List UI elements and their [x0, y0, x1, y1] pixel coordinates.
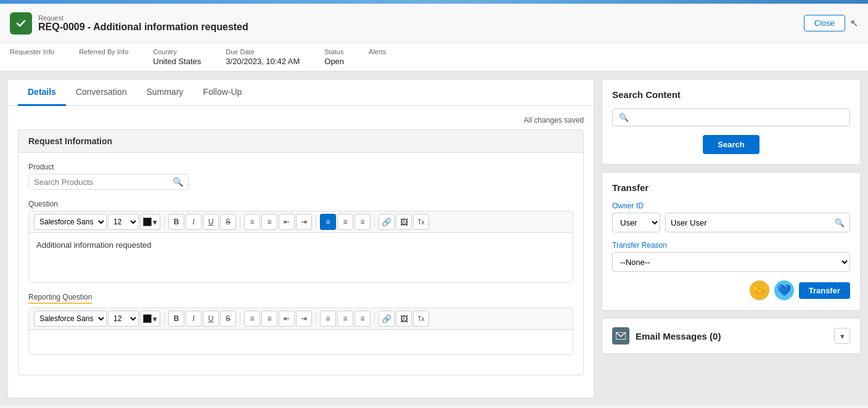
sep5	[164, 312, 165, 325]
transfer-button[interactable]: Transfer	[799, 282, 850, 299]
product-search-icon[interactable]: 🔍	[173, 177, 183, 187]
owner-id-label: Owner ID	[612, 202, 850, 210]
meta-referred-by-info[interactable]: Referred By Info	[79, 48, 128, 57]
search-content-icon: 🔍	[619, 113, 629, 122]
reporting-align-left-btn[interactable]: ≡	[320, 311, 336, 327]
meta-referred-by-label: Referred By Info	[79, 48, 128, 55]
close-button[interactable]: Close	[804, 15, 845, 31]
product-field-group: Product 🔍	[28, 163, 573, 190]
search-content-input[interactable]	[629, 113, 843, 122]
reporting-image-btn[interactable]: 🖼	[396, 311, 412, 327]
section-request-info-header: Request Information	[18, 129, 584, 153]
email-messages-expand-btn[interactable]: ▾	[834, 328, 850, 344]
question-italic-btn[interactable]: I	[186, 214, 202, 230]
reporting-strikethrough-btn[interactable]: S	[220, 311, 236, 327]
reporting-bullet-btn[interactable]: ≡	[244, 311, 260, 327]
reporting-italic-btn[interactable]: I	[186, 311, 202, 327]
header-subtitle: Request	[38, 14, 248, 22]
question-image-btn[interactable]: 🖼	[396, 214, 412, 230]
reporting-link-btn[interactable]: 🔗	[379, 311, 395, 327]
transfer-title: Transfer	[612, 182, 850, 193]
reporting-align-center-btn[interactable]: ≡	[337, 311, 353, 327]
reporting-font-select[interactable]: Salesforce Sans	[34, 311, 107, 327]
sep4	[374, 216, 375, 228]
question-toolbar: Salesforce Sans 12 ▾ B I	[29, 211, 573, 233]
reporting-indent-more-btn[interactable]: ⇥	[296, 311, 312, 327]
search-content-input-wrap: 🔍	[612, 108, 850, 126]
question-align-right-btn[interactable]: ≡	[354, 214, 371, 230]
question-align-left-btn[interactable]: ≡	[320, 214, 336, 230]
email-messages-card: Email Messages (0) ▾	[602, 318, 861, 354]
sep1	[164, 216, 165, 228]
meta-status: Status Open	[324, 48, 344, 66]
tab-follow-up[interactable]: Follow-Up	[193, 80, 252, 106]
header-title-group: Request REQ-0009 - Additional informatio…	[38, 14, 248, 33]
reporting-indent-less-btn[interactable]: ⇤	[279, 311, 295, 327]
transfer-reason-label: Transfer Reason	[612, 241, 850, 250]
owner-search-input[interactable]	[671, 218, 835, 227]
meta-due-date-label: Due Date	[226, 48, 300, 55]
cursor-icon: ↖	[850, 17, 858, 29]
reporting-number-btn[interactable]: ≡	[261, 311, 277, 327]
section-request-info-body: Product 🔍 Question Salesforce Sans	[18, 153, 584, 375]
product-label: Product	[28, 163, 573, 171]
question-color-chevron: ▾	[153, 218, 157, 227]
meta-due-date-value: 3/20/2023, 10:42 AM	[226, 57, 300, 66]
reporting-rte-body[interactable]	[29, 330, 573, 354]
question-bold-btn[interactable]: B	[168, 214, 184, 230]
reporting-clear-btn[interactable]: Tx	[413, 311, 429, 327]
question-bullet-btn[interactable]: ≡	[244, 214, 260, 230]
product-search-input[interactable]	[34, 177, 173, 187]
meta-status-value: Open	[324, 57, 344, 66]
question-number-btn[interactable]: ≡	[261, 214, 277, 230]
tab-summary[interactable]: Summary	[136, 80, 193, 106]
question-clear-btn[interactable]: Tx	[413, 214, 429, 230]
reporting-underline-btn[interactable]: U	[203, 311, 219, 327]
question-font-select[interactable]: Salesforce Sans	[34, 214, 107, 230]
question-link-btn[interactable]: 🔗	[379, 214, 395, 230]
search-content-title: Search Content	[612, 89, 850, 100]
reporting-bold-btn[interactable]: B	[168, 311, 184, 327]
sep7	[316, 312, 316, 325]
tab-conversation[interactable]: Conversation	[66, 80, 137, 106]
email-messages-title: Email Messages (0)	[636, 331, 721, 341]
tab-details[interactable]: Details	[18, 80, 66, 106]
meta-alerts[interactable]: Alerts	[369, 48, 386, 57]
question-align-center-btn[interactable]: ≡	[337, 214, 353, 230]
reporting-question-field-group: Reporting Question Salesforce Sans 12	[28, 293, 573, 355]
transfer-reason-section: Transfer Reason --None--	[612, 241, 850, 272]
meta-requester-info[interactable]: Requester Info	[10, 48, 54, 57]
reporting-align-right-btn[interactable]: ≡	[354, 311, 371, 327]
owner-search-icon[interactable]: 🔍	[835, 218, 845, 227]
avatar-yellow[interactable]: 🤝	[750, 280, 769, 300]
sep6	[240, 312, 240, 325]
question-strikethrough-btn[interactable]: S	[220, 214, 236, 230]
question-rte-body[interactable]: Additional information requested	[29, 233, 573, 282]
search-content-button[interactable]: Search	[703, 135, 759, 154]
reporting-color-chevron: ▾	[153, 314, 157, 324]
question-indent-more-btn[interactable]: ⇥	[296, 214, 312, 230]
app-icon	[10, 12, 32, 35]
sep8	[374, 312, 375, 325]
meta-requester-info-label: Requester Info	[10, 48, 54, 55]
question-indent-less-btn[interactable]: ⇤	[279, 214, 295, 230]
sep3	[316, 216, 316, 228]
question-label: Question	[28, 200, 573, 208]
avatar-blue[interactable]: 💙	[774, 280, 794, 300]
app-header: Request REQ-0009 - Additional informatio…	[0, 4, 868, 43]
reporting-size-select[interactable]: 12	[108, 311, 139, 327]
transfer-reason-select[interactable]: --None--	[612, 252, 850, 272]
main-layout: Details Conversation Summary Follow-Up A…	[0, 71, 868, 406]
reporting-color-box	[143, 314, 152, 323]
question-color-picker[interactable]: ▾	[140, 214, 160, 230]
question-rte: Salesforce Sans 12 ▾ B I	[28, 211, 573, 283]
owner-type-select[interactable]: User Queue	[612, 213, 660, 232]
question-underline-btn[interactable]: U	[203, 214, 219, 230]
owner-id-row: User Queue 🔍	[612, 213, 850, 232]
reporting-question-label: Reporting Question	[28, 293, 92, 304]
reporting-color-picker[interactable]: ▾	[140, 311, 160, 327]
email-icon	[612, 327, 629, 345]
close-label: Close	[814, 18, 835, 28]
save-status: All changes saved	[18, 116, 584, 124]
question-size-select[interactable]: 12	[108, 214, 139, 230]
